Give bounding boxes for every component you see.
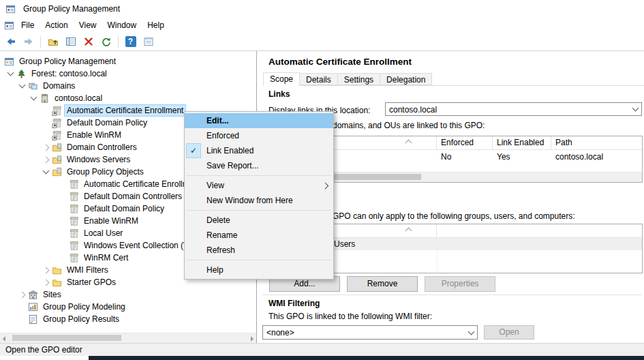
context-menu-link-enabled[interactable]: ✓ Link Enabled	[185, 143, 333, 158]
ou-icon	[52, 142, 62, 153]
gpo-icon	[69, 192, 79, 202]
expander-open-icon[interactable]	[16, 85, 28, 87]
gpo-icon	[69, 253, 79, 263]
tree-item-sites[interactable]: Sites	[0, 288, 256, 301]
scrollbar-thumb[interactable]	[12, 335, 121, 341]
refresh-button[interactable]	[98, 34, 114, 49]
context-menu-save-report[interactable]: Save Report...	[185, 158, 333, 173]
tree-item-gpm-root[interactable]: Group Policy Management	[0, 55, 256, 68]
cell-link-enabled: Yes	[493, 150, 551, 164]
app-icon	[5, 4, 16, 14]
dropdown-arrow-icon[interactable]	[465, 327, 476, 338]
expander-collapsed-icon[interactable]	[40, 280, 52, 285]
properties-button[interactable]: Properties	[425, 276, 495, 292]
window-title: Group Policy Management	[23, 4, 120, 14]
gpo-title: Automatic Certificate Enrollment	[269, 57, 412, 67]
expander-open-icon[interactable]	[40, 170, 52, 173]
scroll-right-arrow-icon[interactable]	[251, 336, 254, 342]
forest-icon	[16, 69, 27, 79]
tree-horizontal-scrollbar[interactable]	[0, 333, 256, 343]
menu-file[interactable]: File	[16, 18, 40, 32]
context-menu-help[interactable]: Help	[185, 262, 333, 278]
folder-icon	[52, 278, 62, 288]
menu-help[interactable]: Help	[142, 18, 170, 32]
column-header-path[interactable]: Path	[551, 136, 642, 149]
expander-open-icon[interactable]	[28, 97, 40, 100]
tree-item-gp-results[interactable]: Group Policy Results	[0, 313, 256, 325]
gpo-link-icon	[52, 130, 62, 140]
status-bar: Open the GPO editor	[0, 343, 644, 356]
tree-item-label: Local User	[82, 228, 125, 239]
wmi-filter-combobox[interactable]: <none>	[262, 325, 478, 340]
menu-action[interactable]: Action	[40, 18, 73, 32]
wmi-filter-label: This GPO is linked to the following WMI …	[269, 312, 432, 321]
tab-settings[interactable]: Settings	[337, 73, 380, 85]
expander-collapsed-icon[interactable]	[16, 292, 28, 297]
dropdown-arrow-icon[interactable]	[630, 104, 641, 115]
expander-open-icon[interactable]	[5, 72, 16, 75]
expander-collapsed-icon[interactable]	[40, 145, 52, 150]
context-menu-enforced[interactable]: Enforced	[185, 128, 333, 143]
gpo-link-icon	[52, 106, 62, 116]
gpo-folder-icon	[52, 167, 62, 177]
menu-view[interactable]: View	[74, 18, 102, 32]
gpo-icon	[69, 204, 79, 214]
wmi-filter-value: <none>	[266, 328, 294, 338]
links-section-heading: Links	[269, 89, 290, 99]
tree-item-label: Starter GPOs	[65, 277, 118, 288]
tree-item-label: WinRM Cert	[82, 252, 130, 263]
column-header-link-enabled[interactable]: Link Enabled	[493, 136, 551, 149]
wmi-filtering-heading: WMI Filtering	[269, 299, 320, 308]
tab-strip: Scope Details Settings Delegation	[263, 72, 644, 86]
up-one-level-button[interactable]	[45, 34, 61, 49]
tree-item-forest-contoso[interactable]: Forest: contoso.local	[0, 68, 256, 80]
linked-sites-text: domains, and OUs are linked to this GPO:	[333, 121, 485, 130]
toolbar-separator	[40, 36, 41, 48]
export-list-button[interactable]	[140, 34, 156, 49]
location-combobox[interactable]: contoso.local	[385, 102, 642, 116]
context-menu-edit[interactable]: Edit...	[185, 113, 333, 128]
up-one-level-icon	[48, 36, 59, 47]
context-menu-new-window[interactable]: New Window from Here	[185, 193, 333, 208]
context-menu-delete[interactable]: Delete	[185, 213, 333, 228]
back-button[interactable]	[3, 34, 18, 49]
toolbar-separator	[118, 36, 119, 48]
column-header-blank[interactable]	[437, 224, 642, 237]
tree-item-domains[interactable]: Domains	[0, 80, 256, 92]
title-bar: Group Policy Management	[0, 0, 644, 18]
context-menu: Edit... Enforced ✓ Link Enabled Save Rep…	[184, 111, 334, 280]
taskbar-fragment	[89, 356, 644, 360]
tree-item-label: WMI Filters	[65, 265, 110, 275]
column-header-enforced[interactable]: Enforced	[437, 136, 493, 149]
gpo-icon	[69, 179, 79, 190]
sites-icon	[28, 290, 38, 300]
tree-item-gp-modeling[interactable]: Group Policy Modeling	[0, 301, 256, 313]
menu-window[interactable]: Window	[102, 18, 142, 32]
expander-collapsed-icon[interactable]	[40, 158, 52, 162]
menu-bar: File Action View Window Help	[0, 18, 644, 33]
open-button[interactable]: Open	[484, 325, 534, 340]
tab-details[interactable]: Details	[299, 73, 338, 85]
forward-button[interactable]	[20, 34, 36, 49]
tree-item-label: Default Domain Policy	[82, 203, 166, 214]
help-button[interactable]: ?	[123, 34, 138, 49]
context-menu-rename[interactable]: Rename	[185, 228, 333, 243]
taskbar-strip	[0, 356, 644, 360]
remove-button[interactable]: Remove	[347, 276, 418, 292]
tab-delegation[interactable]: Delegation	[380, 73, 432, 85]
tree-item-label: Enable WinRM	[65, 130, 123, 140]
delete-button[interactable]	[80, 34, 96, 49]
column-divider	[437, 237, 438, 272]
status-text: Open the GPO editor	[5, 345, 82, 355]
tab-scope[interactable]: Scope	[263, 72, 300, 86]
expander-collapsed-icon[interactable]	[40, 268, 52, 273]
tree-item-domain-contoso[interactable]: contoso.local	[0, 92, 256, 104]
help-icon: ?	[125, 36, 136, 47]
scroll-left-arrow-icon[interactable]	[3, 336, 5, 342]
gpmc-window: Group Policy Management File Action View…	[0, 0, 644, 360]
show-console-tree-button[interactable]	[63, 34, 78, 49]
menu-separator	[186, 260, 332, 260]
context-menu-view[interactable]: View	[185, 178, 333, 193]
gpo-link-icon	[52, 118, 62, 128]
context-menu-refresh[interactable]: Refresh	[185, 243, 333, 258]
